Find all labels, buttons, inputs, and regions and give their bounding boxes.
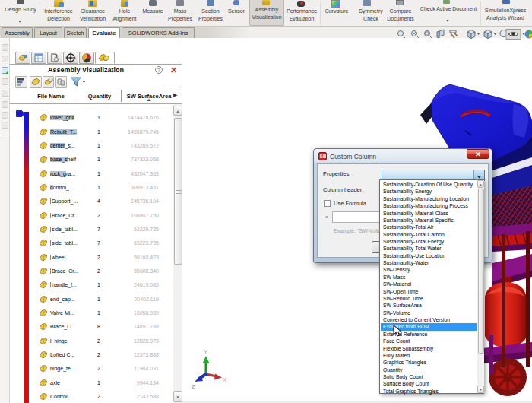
svg-text:Z: Z	[192, 383, 195, 390]
svg-text:Y: Y	[204, 348, 208, 355]
svg-text:S: S	[320, 154, 324, 159]
svg-text:X: X	[223, 376, 227, 383]
